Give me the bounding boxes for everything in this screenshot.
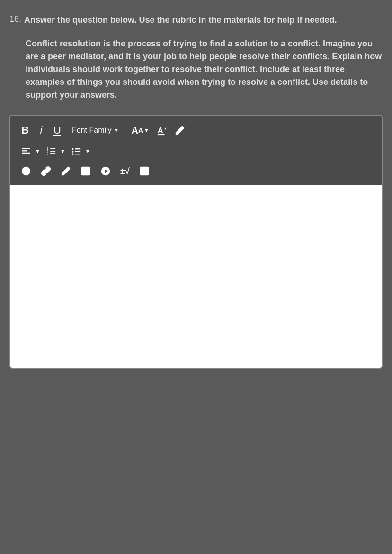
- svg-rect-3: [22, 148, 30, 149]
- editor-container: B i U Font Family ▼ A A ▼ A: [9, 115, 383, 369]
- video-button[interactable]: [98, 164, 114, 178]
- align-dropdown-arrow: ▼: [35, 148, 40, 154]
- svg-point-19: [24, 170, 26, 171]
- svg-rect-9: [50, 148, 55, 149]
- video-icon: [100, 166, 111, 176]
- svg-point-22: [83, 169, 85, 171]
- pencil-icon: [175, 125, 185, 136]
- toolbar-row-2: ▼ 1. 2. 3. ▼: [18, 144, 374, 158]
- toolbar-row-1: B i U Font Family ▼ A A ▼ A: [18, 122, 374, 138]
- table-icon: [139, 166, 150, 176]
- numbered-list-icon: 1. 2. 3.: [46, 146, 56, 156]
- svg-rect-5: [22, 153, 30, 154]
- emoji-icon: [21, 166, 31, 176]
- answer-textarea[interactable]: [18, 192, 374, 358]
- draw-button[interactable]: [58, 164, 74, 178]
- bold-button[interactable]: B: [18, 122, 32, 138]
- svg-point-18: [22, 167, 30, 175]
- text-area-wrapper: [10, 185, 382, 368]
- highlight-button[interactable]: [172, 123, 188, 137]
- table-button[interactable]: [136, 164, 152, 178]
- svg-marker-2: [164, 128, 166, 130]
- font-size-button[interactable]: A A ▼: [128, 123, 151, 138]
- svg-rect-25: [141, 167, 149, 175]
- font-color-icon: A: [157, 125, 167, 136]
- font-family-arrow-icon: ▼: [114, 127, 119, 134]
- svg-point-13: [72, 151, 74, 153]
- font-family-dropdown[interactable]: Font Family ▼: [68, 124, 123, 136]
- font-color-button[interactable]: A: [154, 123, 170, 137]
- svg-rect-17: [75, 154, 80, 154]
- image-icon: [80, 166, 91, 176]
- font-size-label: A: [131, 125, 137, 136]
- formula-label: ±√: [120, 166, 130, 176]
- bullet-list-icon: [71, 146, 81, 156]
- link-icon: [41, 166, 51, 176]
- link-button[interactable]: [38, 164, 54, 178]
- svg-rect-1: [158, 134, 165, 136]
- emoji-button[interactable]: [18, 164, 34, 178]
- svg-rect-15: [75, 148, 80, 149]
- svg-rect-16: [75, 151, 80, 152]
- underline-button[interactable]: U: [50, 122, 64, 138]
- font-size-small-label: A: [138, 127, 143, 134]
- svg-rect-4: [22, 150, 27, 151]
- align-left-icon: [21, 146, 31, 156]
- svg-point-12: [72, 148, 74, 150]
- page-container: 16. Answer the question below. Use the r…: [9, 14, 383, 369]
- draw-icon: [61, 166, 71, 176]
- font-size-dropdown-arrow: ▼: [144, 127, 149, 133]
- toolbar: B i U Font Family ▼ A A ▼ A: [10, 116, 382, 185]
- align-left-button[interactable]: [18, 144, 34, 158]
- numbered-list-button[interactable]: 1. 2. 3.: [43, 144, 59, 158]
- question-body: Conflict resolution is the process of tr…: [26, 37, 383, 101]
- svg-point-20: [27, 170, 28, 171]
- bullet-list-button[interactable]: [68, 144, 84, 158]
- font-family-label: Font Family: [72, 126, 112, 135]
- italic-button[interactable]: i: [34, 122, 48, 138]
- formula-button[interactable]: ±√: [117, 164, 133, 178]
- svg-text:3.: 3.: [47, 152, 50, 155]
- numbered-list-dropdown-arrow: ▼: [60, 148, 65, 154]
- image-button[interactable]: [78, 164, 94, 178]
- question-instruction: Answer the question below. Use the rubri…: [24, 14, 337, 26]
- bullet-list-dropdown-arrow: ▼: [85, 148, 90, 154]
- question-number: 16.: [9, 14, 21, 24]
- svg-point-14: [72, 154, 74, 155]
- toolbar-row-3: ±√: [18, 164, 374, 178]
- svg-rect-10: [50, 151, 55, 152]
- question-row: 16. Answer the question below. Use the r…: [9, 14, 383, 26]
- svg-text:A: A: [158, 126, 163, 135]
- svg-rect-11: [50, 153, 55, 154]
